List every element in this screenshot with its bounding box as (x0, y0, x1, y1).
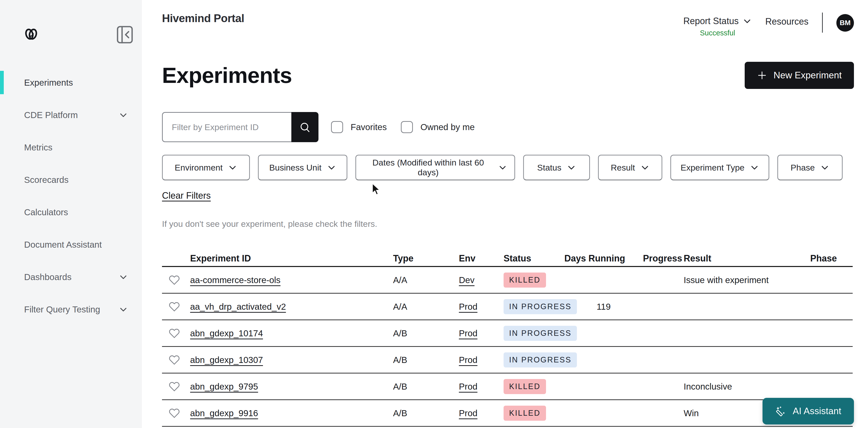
sidebar-item-document-assistant[interactable]: Document Assistant (0, 228, 142, 261)
chevron-down-icon (498, 163, 507, 172)
status-filter-dropdown[interactable]: Status (523, 155, 590, 180)
days-running-cell: 119 (564, 302, 643, 312)
favorite-heart-icon[interactable] (168, 301, 180, 312)
sidebar-item-label: CDE Platform (24, 110, 78, 120)
sidebar-item-label: Metrics (24, 143, 53, 152)
experiment-id-link[interactable]: aa-commerce-store-ols (190, 275, 281, 285)
experiment-id-link[interactable]: abn_gdexp_9916 (190, 408, 258, 418)
sidebar-collapse-button[interactable] (116, 25, 134, 44)
env-link[interactable]: Prod (459, 381, 477, 391)
experiment-id-link[interactable]: aa_vh_drp_activated_v2 (190, 302, 286, 311)
chevron-down-icon (750, 163, 759, 172)
sidebar-item-metrics[interactable]: Metrics (0, 131, 142, 163)
sidebar-item-cde-platform[interactable]: CDE Platform (0, 99, 142, 131)
magic-wand-icon (775, 405, 786, 417)
column-header-phase: Phase (810, 253, 853, 264)
env-link[interactable]: Prod (459, 408, 477, 418)
type-cell: A/B (393, 408, 459, 418)
type-cell: A/A (393, 302, 459, 312)
phase-filter-dropdown[interactable]: Phase (777, 155, 843, 180)
env-link[interactable]: Prod (459, 302, 477, 311)
search-icon (299, 121, 311, 133)
result-cell: Issue with experiment (684, 275, 810, 285)
owned-by-me-label: Owned by me (421, 122, 475, 132)
report-status-value: Successful (683, 29, 752, 37)
sidebar-item-experiments[interactable]: Experiments (0, 66, 142, 99)
experiment-id-filter-input[interactable] (162, 112, 291, 142)
table-row: abn_gdexp_9795 A/B Prod KILLED Inconclus… (162, 373, 853, 400)
clear-filters-link[interactable]: Clear Filters (162, 190, 211, 201)
favorite-heart-icon[interactable] (168, 381, 180, 392)
plus-icon (757, 70, 767, 80)
sidebar-item-label: Calculators (24, 207, 68, 217)
topbar: Hivemind Portal Report Status Successful… (162, 12, 854, 40)
experiment-id-link[interactable]: abn_gdexp_10307 (190, 355, 263, 365)
experiment-type-filter-dropdown[interactable]: Experiment Type (670, 155, 769, 180)
sidebar-item-label: Scorecards (24, 175, 68, 185)
type-cell: A/B (393, 381, 459, 392)
sidebar-item-dashboards[interactable]: Dashboards (0, 261, 142, 293)
sidebar-nav: Experiments CDE Platform Metrics Scoreca… (0, 66, 142, 326)
filter-label: Phase (790, 163, 815, 173)
status-badge: KILLED (503, 406, 546, 421)
column-header-status: Status (503, 253, 564, 264)
favorite-heart-icon[interactable] (168, 408, 180, 419)
table-header-row: Experiment ID Type Env Status Days Runni… (162, 251, 853, 267)
filter-hint-text: If you don't see your experiment, please… (162, 219, 854, 229)
table-row: abn_gdexp_10307 A/B Prod IN PROGRESS (162, 347, 853, 373)
result-filter-dropdown[interactable]: Result (598, 155, 662, 180)
chevron-down-icon (820, 163, 829, 172)
owned-by-me-checkbox[interactable]: Owned by me (401, 121, 475, 133)
sidebar-item-label: Experiments (24, 78, 73, 88)
sidebar-item-scorecards[interactable]: Scorecards (0, 163, 142, 196)
result-cell: Inconclusive (684, 381, 810, 392)
type-cell: A/B (393, 328, 459, 338)
env-link[interactable]: Prod (459, 355, 477, 365)
experiments-table: Experiment ID Type Env Status Days Runni… (162, 251, 853, 427)
page-title: Experiments (162, 63, 292, 88)
sidebar-item-filter-query-testing[interactable]: Filter Query Testing (0, 293, 142, 326)
filter-label: Experiment Type (681, 163, 745, 173)
sidebar: Experiments CDE Platform Metrics Scoreca… (0, 0, 142, 428)
sidebar-item-label: Document Assistant (24, 240, 102, 250)
favorite-heart-icon[interactable] (168, 328, 180, 339)
sidebar-item-label: Filter Query Testing (24, 304, 100, 314)
report-status-dropdown[interactable]: Report Status (683, 16, 752, 26)
resources-link[interactable]: Resources (765, 16, 808, 27)
status-badge: KILLED (503, 379, 546, 394)
filter-label: Environment (175, 163, 223, 173)
favorites-label: Favorites (351, 122, 387, 132)
type-cell: A/B (393, 355, 459, 365)
experiment-id-link[interactable]: abn_gdexp_9795 (190, 381, 258, 391)
env-link[interactable]: Prod (459, 328, 477, 338)
status-badge: IN PROGRESS (503, 353, 577, 367)
new-experiment-button[interactable]: New Experiment (745, 62, 854, 89)
type-cell: A/A (393, 275, 459, 285)
chevron-down-icon (119, 111, 128, 120)
favorite-heart-icon[interactable] (168, 275, 180, 285)
sidebar-item-label: Dashboards (24, 272, 71, 282)
report-status-label: Report Status (683, 16, 739, 26)
checkbox-box[interactable] (331, 121, 343, 133)
filters-row: Environment Business Unit Dates (Modifie… (162, 155, 854, 180)
user-avatar[interactable]: BM (836, 14, 854, 32)
ai-assistant-button[interactable]: AI Assistant (763, 398, 854, 425)
chevron-down-icon (567, 163, 576, 172)
business-unit-filter-dropdown[interactable]: Business Unit (258, 155, 347, 180)
app-title: Hivemind Portal (162, 12, 244, 25)
experiment-id-link[interactable]: abn_gdexp_10174 (190, 328, 263, 338)
environment-filter-dropdown[interactable]: Environment (162, 155, 250, 180)
favorites-checkbox[interactable]: Favorites (331, 121, 387, 133)
sidebar-item-calculators[interactable]: Calculators (0, 196, 142, 228)
env-link[interactable]: Dev (459, 275, 474, 285)
dates-filter-dropdown[interactable]: Dates (Modified within last 60 days) (355, 155, 515, 180)
favorite-heart-icon[interactable] (168, 355, 180, 365)
column-header-env: Env (459, 253, 503, 264)
column-header-days-running: Days Running (564, 253, 643, 264)
table-row: abn_gdexp_9916 A/B Prod KILLED Win (162, 400, 853, 427)
table-row: aa_vh_drp_activated_v2 A/A Prod IN PROGR… (162, 294, 853, 320)
checkbox-box[interactable] (401, 121, 413, 133)
search-button[interactable] (291, 112, 318, 142)
filter-label: Business Unit (269, 163, 321, 173)
column-header-type: Type (393, 253, 459, 264)
